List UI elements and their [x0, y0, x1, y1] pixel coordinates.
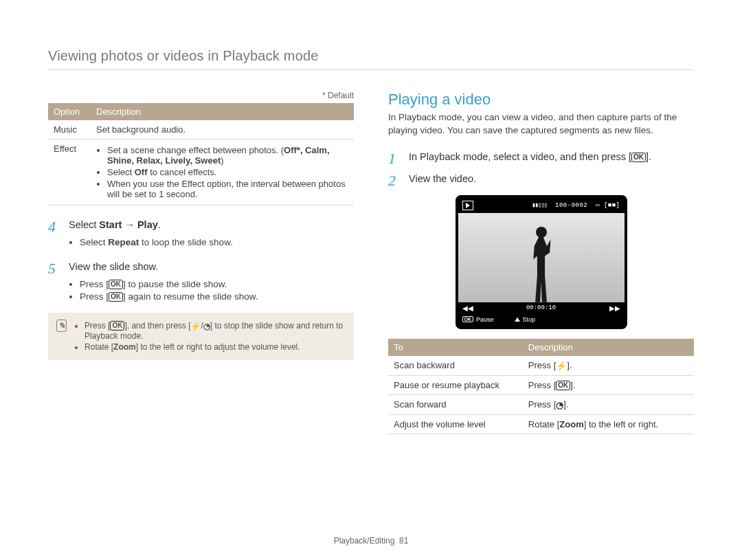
effect-bullet-1: Set a scene change effect between photos…: [107, 145, 348, 166]
desc-cell-music: Set background audio.: [91, 120, 354, 139]
table-row: Pause or resume playback Press [OK].: [388, 375, 694, 394]
step-body: Select Start → Play.: [69, 219, 354, 234]
control-to: Scan backward: [388, 356, 523, 376]
intro-text: In Playback mode, you can view a video, …: [388, 111, 694, 137]
forward-icon: ▶▶: [609, 304, 620, 312]
table-row: Scan forward Press [◔].: [388, 394, 694, 414]
info-bullet-a: Press [OK], and then press [⚡/◔] to stop…: [85, 321, 346, 341]
table-row: Scan backward Press [⚡].: [388, 356, 694, 376]
video-time: 00:00:10: [526, 304, 556, 311]
step5-sub-a: Press [OK] to pause the slide show.: [80, 279, 354, 289]
ok-icon: OK: [462, 316, 474, 322]
video-topbar-info: ▮▮▯▯▯ 100-0002 ▭ [■■]: [532, 201, 620, 209]
control-to: Pause or resume playback: [388, 375, 523, 394]
controls-header-desc: Description: [523, 339, 694, 356]
step-body: In Playback mode, select a video, and th…: [409, 151, 694, 166]
page-footer: Playback/Editing 81: [0, 536, 742, 546]
video-preview: ▮▮▯▯▯ 100-0002 ▭ [■■] ◀◀ 00:00:10 ▶▶ OKP…: [456, 195, 627, 329]
info-box: ✎ Press [OK], and then press [⚡/◔] to st…: [48, 313, 354, 360]
stop-label: Stop: [515, 316, 536, 323]
controls-table: To Description Scan backward Press [⚡]. …: [388, 339, 694, 434]
step-number: 1: [388, 151, 401, 166]
video-timebar: ◀◀ 00:00:10 ▶▶: [458, 302, 625, 314]
step-number: 5: [48, 261, 60, 276]
step-number: 2: [388, 173, 401, 188]
step-2: 2 View the video.: [388, 173, 694, 188]
step-number: 4: [48, 219, 60, 234]
video-bottombar: OKPause Stop: [458, 314, 625, 326]
video-preview-wrap: ▮▮▯▯▯ 100-0002 ▭ [■■] ◀◀ 00:00:10 ▶▶ OKP…: [388, 195, 694, 329]
effect-bullet-3: When you use the Effect option, the inte…: [107, 179, 348, 199]
step-body: View the video.: [409, 173, 694, 188]
control-to: Scan forward: [388, 394, 523, 414]
control-to: Adjust the volume level: [388, 414, 523, 434]
step-5: 5 View the slide show.: [48, 261, 354, 276]
section-heading-playing-video: Playing a video: [388, 91, 694, 109]
timer-icon: ◔: [203, 322, 210, 331]
step5-sub-b: Press [OK] again to resume the slide sho…: [80, 291, 354, 302]
ok-icon: OK: [110, 321, 124, 331]
options-header-description: Description: [91, 103, 354, 120]
table-row: Music Set background audio.: [48, 120, 354, 139]
note-icon: ✎: [56, 320, 67, 332]
right-column: Playing a video In Playback mode, you ca…: [388, 91, 694, 434]
step4-sub-bullet: Select Repeat to loop the slide show.: [80, 237, 354, 247]
options-table: Option Description Music Set background …: [48, 103, 354, 205]
step-1: 1 In Playback mode, select a video, and …: [388, 151, 694, 166]
control-desc: Rotate [Zoom] to the left or right.: [523, 414, 694, 434]
ok-icon: OK: [109, 280, 123, 289]
up-arrow-icon: [515, 317, 520, 322]
desc-cell-effect: Set a scene change effect between photos…: [91, 139, 354, 205]
video-frame: [458, 213, 625, 302]
step-4: 4 Select Start → Play.: [48, 219, 354, 234]
step-body: View the slide show.: [69, 261, 354, 276]
controls-header-to: To: [388, 339, 523, 356]
default-note: * Default: [48, 91, 354, 100]
timer-icon: ◔: [556, 400, 563, 410]
control-desc: Press [◔].: [523, 394, 694, 414]
control-desc: Press [⚡].: [523, 356, 694, 376]
silhouette-figure: [521, 227, 562, 302]
play-indicator-icon: [462, 201, 473, 210]
pause-label: OKPause: [462, 316, 494, 323]
table-row: Effect Set a scene change effect between…: [48, 139, 354, 205]
control-desc: Press [OK].: [523, 375, 694, 394]
page-header: Viewing photos or videos in Playback mod…: [48, 48, 694, 70]
flash-icon: ⚡: [190, 322, 201, 331]
ok-icon: OK: [109, 292, 123, 302]
video-topbar: ▮▮▯▯▯ 100-0002 ▭ [■■]: [458, 198, 625, 213]
flash-icon: ⚡: [556, 361, 567, 371]
options-header-option: Option: [48, 103, 91, 120]
effect-bullet-2: Select Off to cancel effects.: [107, 167, 348, 177]
left-column: * Default Option Description Music Set b…: [48, 91, 354, 434]
table-row: Adjust the volume level Rotate [Zoom] to…: [388, 414, 694, 434]
ok-icon: OK: [556, 381, 570, 390]
info-bullet-b: Rotate [Zoom] to the left or right to ad…: [85, 342, 346, 352]
rewind-icon: ◀◀: [462, 304, 473, 312]
option-cell-effect: Effect: [48, 139, 91, 205]
ok-icon: OK: [631, 153, 646, 162]
option-cell-music: Music: [48, 120, 91, 139]
two-column-layout: * Default Option Description Music Set b…: [48, 91, 694, 434]
